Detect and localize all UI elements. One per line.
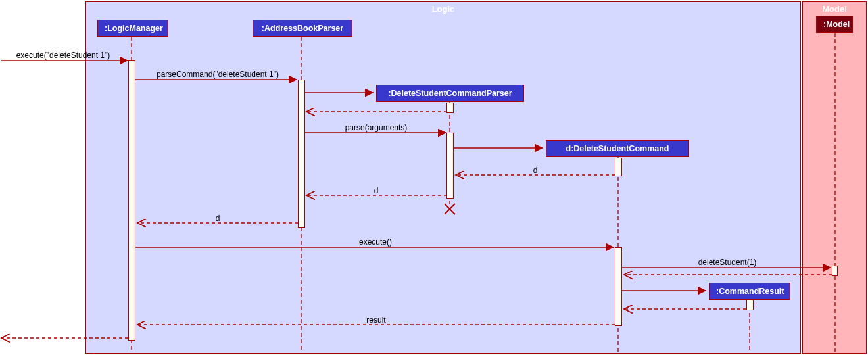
activation-bar	[615, 158, 622, 176]
activation-bar	[128, 60, 135, 341]
activation-bar	[746, 300, 754, 310]
delete-parser-head: :DeleteStudentCommandParser	[376, 85, 524, 102]
model-head: :Model	[816, 16, 853, 33]
delete-command-head: d:DeleteStudentCommand	[546, 140, 689, 157]
msg-delete-student: deleteStudent(1)	[623, 258, 831, 267]
activation-bar	[446, 133, 454, 199]
msg-execute2: execute()	[137, 237, 614, 247]
logic-frame-title: Logic	[86, 4, 800, 14]
activation-bar	[615, 247, 622, 326]
msg-return-d1: d	[456, 166, 614, 175]
msg-result: result	[138, 316, 614, 325]
address-book-parser-head: :AddressBookParser	[253, 20, 352, 37]
msg-return-d3: d	[138, 214, 297, 223]
activation-bar	[832, 266, 838, 276]
activation-bar	[446, 103, 454, 113]
model-frame: Model	[802, 1, 867, 354]
msg-return-d2: d	[306, 186, 446, 195]
msg-execute: execute("deleteStudent 1")	[4, 51, 122, 60]
msg-parse-command: parseCommand("deleteStudent 1")	[137, 70, 299, 79]
logic-frame: Logic	[85, 1, 801, 354]
logic-manager-head: :LogicManager	[97, 20, 168, 37]
activation-bar	[298, 80, 305, 228]
model-frame-title: Model	[803, 4, 866, 14]
command-result-head: :CommandResult	[709, 283, 790, 300]
msg-parse: parse(arguments)	[306, 123, 446, 132]
